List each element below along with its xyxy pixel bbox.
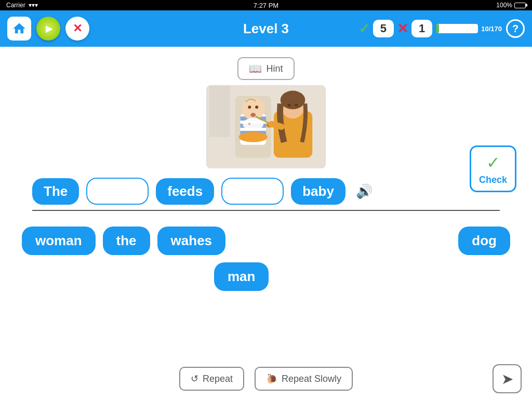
svg-text:♥: ♥ (248, 121, 251, 127)
battery-label: 100% (496, 2, 512, 9)
svg-point-10 (250, 113, 256, 117)
carrier-label: Carrier (6, 2, 25, 9)
correct-check-icon: ✓ (358, 21, 370, 37)
speaker-icon[interactable]: 🔊 (356, 183, 373, 200)
level-title: Level 3 (243, 21, 289, 37)
repeat-slowly-label: Repeat Slowly (282, 374, 341, 384)
wrong-cross-icon: ✕ (397, 21, 408, 37)
next-arrow-icon: ➤ (501, 370, 513, 388)
svg-point-11 (248, 105, 251, 109)
close-button[interactable] (65, 17, 89, 41)
svg-point-12 (255, 105, 258, 109)
repeat-icon: ↺ (191, 373, 198, 384)
home-icon (12, 21, 26, 36)
next-button[interactable]: ➤ (493, 364, 522, 393)
word-chip-the[interactable]: The (32, 178, 79, 205)
play-button[interactable] (36, 17, 60, 41)
repeat-slowly-button[interactable]: 🐌 Repeat Slowly (255, 367, 353, 391)
svg-point-8 (243, 118, 263, 130)
word-chip-feeds[interactable]: feeds (156, 178, 214, 205)
main-content: 📖 Hint ♥ (0, 47, 532, 296)
correct-score: 5 (373, 20, 394, 37)
word-bank: woman the wahes dog (17, 227, 515, 255)
svg-rect-1 (209, 86, 230, 137)
repeat-slowly-icon: 🐌 (266, 373, 277, 384)
word-blank-1[interactable] (86, 178, 149, 205)
hint-button[interactable]: 📖 Hint (237, 57, 294, 80)
check-icon: ✓ (486, 153, 500, 172)
score-group: ✓ 5 ✕ 1 (358, 20, 433, 37)
word-blank-2[interactable] (221, 178, 284, 205)
help-button[interactable]: ? (506, 19, 525, 38)
feeding-scene-svg: ♥ (207, 85, 325, 168)
bank-chip-woman[interactable]: woman (22, 227, 96, 255)
bank-chip-man[interactable]: man (214, 262, 269, 291)
bottom-row: ↺ Repeat 🐌 Repeat Slowly ➤ (0, 367, 532, 391)
progress-label: 10/170 (481, 25, 502, 33)
battery-icon (514, 3, 526, 8)
repeat-button[interactable]: ↺ Repeat (179, 367, 244, 391)
bank-chip-the[interactable]: the (103, 227, 150, 255)
hint-label: Hint (266, 63, 283, 74)
progress-bar (436, 24, 478, 33)
wrong-score: 1 (411, 20, 432, 37)
home-button[interactable] (7, 17, 31, 41)
svg-point-16 (281, 91, 305, 110)
nav-bar: Level 3 ✓ 5 ✕ 1 10/170 ? (0, 10, 532, 47)
bank-chip-wahes[interactable]: wahes (157, 227, 226, 255)
check-button[interactable]: ✓ Check (470, 145, 516, 192)
status-bar: Carrier ▾▾▾ 7:27 PM 100% (0, 0, 532, 10)
progress-fill (436, 24, 439, 33)
svg-point-17 (288, 103, 291, 107)
svg-point-13 (238, 132, 268, 142)
repeat-label: Repeat (203, 374, 233, 384)
svg-point-18 (295, 103, 298, 107)
time-label: 7:27 PM (254, 2, 278, 9)
bank-chip-dog[interactable]: dog (458, 227, 510, 255)
scene-image: ♥ (207, 86, 325, 168)
progress-group: 10/170 (436, 24, 502, 33)
main-image: ♥ (206, 85, 326, 168)
sentence-row: The feeds baby 🔊 (32, 178, 500, 211)
check-label: Check (479, 175, 507, 185)
wifi-icon: ▾▾▾ (29, 2, 38, 9)
book-icon: 📖 (249, 62, 262, 75)
word-chip-baby[interactable]: baby (291, 178, 345, 205)
